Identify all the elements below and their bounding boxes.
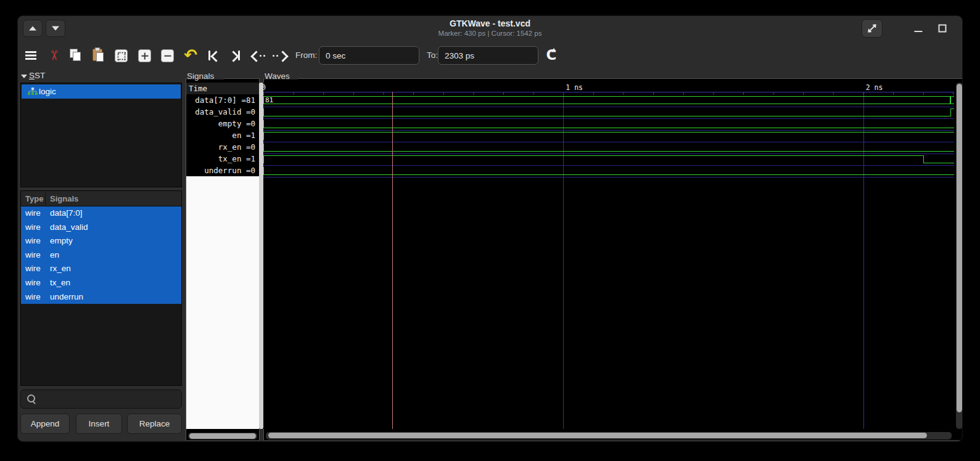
sst-label: SST [29, 71, 45, 80]
bit-level-line [263, 132, 954, 133]
signal-name-entry[interactable]: en =1 [186, 129, 259, 141]
from-input[interactable] [319, 46, 419, 65]
bit-transition [263, 167, 264, 175]
bit-transition [923, 155, 924, 163]
table-row[interactable]: wireen [21, 248, 181, 263]
table-row[interactable]: wiredata[7:0] [21, 206, 181, 221]
ruler-ticks [263, 92, 954, 95]
paste-button[interactable] [89, 47, 107, 64]
screenshot: GTKWave - test.vcd Marker: 430 ps | Curs… [0, 0, 980, 461]
column-signals[interactable]: Signals [50, 191, 78, 206]
marker-cursor-status: Marker: 430 ps | Cursor: 1542 ps [439, 29, 542, 38]
find-next-edge-button[interactable] [271, 47, 288, 64]
table-header[interactable]: Type Signals [21, 191, 181, 206]
bit-level-line [263, 174, 954, 175]
replace-button[interactable]: Replace [127, 414, 182, 434]
up-arrow-icon [29, 27, 36, 31]
title-block: GTKWave - test.vcd Marker: 430 ps | Curs… [439, 18, 542, 38]
wave-trace-bit[interactable] [263, 119, 954, 131]
copy-button[interactable] [67, 47, 84, 64]
reload-icon: C [543, 46, 560, 63]
close-button[interactable] [959, 20, 963, 37]
zoom-to-start-button[interactable] [205, 47, 223, 64]
table-row[interactable]: wiredata_valid [21, 221, 181, 235]
wave-trace-bit[interactable] [263, 107, 954, 119]
bus-segment [950, 96, 954, 104]
nav-up-button[interactable] [23, 20, 43, 37]
pane-divider[interactable] [259, 83, 263, 429]
signal-name-entry[interactable]: data_valid =0 [186, 106, 259, 118]
append-button[interactable]: Append [20, 414, 70, 434]
signal-search[interactable] [20, 390, 182, 409]
table-row[interactable]: wiretx_en [21, 276, 181, 290]
to-label: To: [427, 41, 438, 70]
column-type[interactable]: Type [25, 191, 43, 206]
cell-signal-name: en [50, 248, 59, 263]
signals-hscrollbar[interactable] [188, 433, 257, 439]
insert-button[interactable]: Insert [76, 414, 122, 434]
bar-left-icon [208, 51, 210, 60]
scrollbar-thumb[interactable] [268, 433, 927, 438]
time-header[interactable]: Time [186, 83, 259, 94]
find-prev-edge-button[interactable] [249, 47, 266, 64]
signal-name-list: Time data[7:0] =81data_valid =0empty =0e… [186, 83, 259, 176]
bit-level-line [263, 151, 954, 152]
signal-name-entry[interactable]: tx_en =1 [186, 153, 259, 165]
to-input[interactable] [438, 46, 538, 65]
cell-type: wire [25, 234, 41, 248]
zoom-out-button[interactable] [159, 47, 176, 64]
timeline-ruler[interactable]: 01 ns2 ns [263, 83, 954, 92]
ruler-tick-label: 0 [263, 83, 266, 92]
nav-down-button[interactable] [46, 20, 65, 37]
cell-signal-name: tx_en [50, 276, 70, 290]
window-title: GTKWave - test.vcd [439, 18, 542, 29]
wave-trace-bit[interactable] [263, 131, 954, 142]
signal-name-entry[interactable]: underrun =0 [186, 165, 259, 176]
table-row[interactable]: wirerx_en [21, 262, 181, 276]
hamburger-icon [25, 51, 36, 53]
scrollbar-thumb[interactable] [189, 433, 256, 439]
sst-tree: logic [20, 83, 182, 187]
bit-level-line [263, 128, 954, 128]
zoom-to-end-button[interactable] [225, 47, 242, 64]
tree-item-logic[interactable]: logic [22, 84, 181, 99]
signal-list-empty-area[interactable] [186, 176, 259, 429]
dots-icon [260, 55, 261, 57]
cell-type: wire [25, 221, 41, 235]
fullscreen-button[interactable] [862, 19, 883, 38]
zoom-in-button[interactable] [136, 47, 153, 64]
cell-type: wire [25, 290, 41, 304]
waves-vscrollbar[interactable] [956, 83, 963, 429]
signal-table: Type Signals wiredata[7:0]wiredata_valid… [20, 190, 182, 386]
clipboard-icon [95, 47, 100, 51]
wave-trace-bit[interactable] [263, 154, 954, 166]
scissors-icon: ✂ [45, 47, 62, 64]
minimize-button[interactable] [910, 20, 927, 37]
signal-name-entry[interactable]: rx_en =0 [186, 141, 259, 153]
column-divider[interactable] [45, 192, 46, 205]
wave-canvas[interactable]: 01 ns2 ns 81 [263, 83, 954, 429]
search-input[interactable] [38, 391, 176, 409]
wave-trace-bit[interactable] [263, 166, 954, 177]
signal-name-entry[interactable]: empty =0 [186, 118, 259, 129]
marker-line[interactable] [392, 92, 393, 429]
wave-trace-bit[interactable] [263, 142, 954, 154]
toolbar: ✂ ↶ From: To: C [18, 41, 962, 70]
table-row[interactable]: wireunderrun [21, 290, 181, 304]
signal-name-entry[interactable]: data[7:0] =81 [186, 94, 259, 106]
maximize-button[interactable] [934, 20, 951, 37]
scrollbar-thumb[interactable] [957, 84, 962, 412]
zoom-fit-button[interactable] [112, 47, 130, 64]
zoom-undo-button[interactable]: ↶ [182, 47, 199, 64]
menu-button[interactable] [22, 47, 39, 64]
cut-button[interactable]: ✂ [45, 47, 62, 64]
bar-right-icon [238, 51, 240, 60]
wave-trace-bus[interactable]: 81 [263, 96, 954, 107]
waves-hscrollbar[interactable] [266, 432, 952, 439]
waves-panel-label: Waves [265, 71, 290, 81]
reload-button[interactable]: C [543, 47, 560, 64]
table-row[interactable]: wireempty [21, 234, 181, 248]
undo-arrow-icon: ↶ [182, 47, 199, 64]
bit-level-line [263, 116, 950, 116]
sst-expander-icon[interactable] [21, 75, 27, 78]
